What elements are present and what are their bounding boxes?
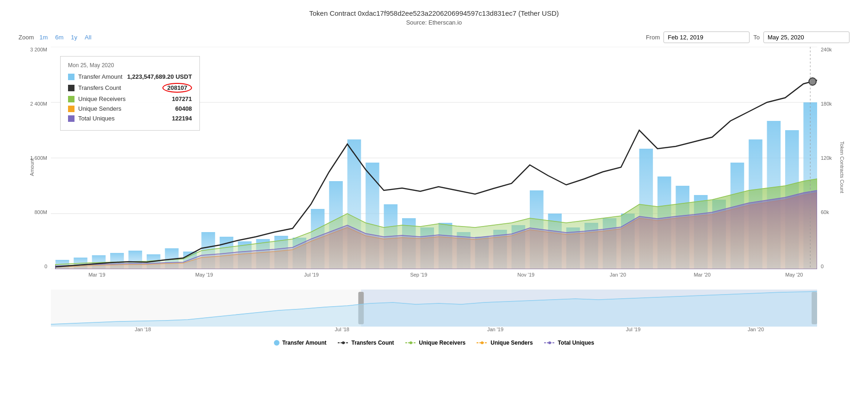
chart-container: Token Contract 0xdac17f958d2ee523a220620… xyxy=(0,0,868,351)
x-label-jan20: Jan '20 xyxy=(610,272,626,277)
y-axis-left-label: Amount xyxy=(29,158,35,176)
svg-point-50 xyxy=(809,78,816,85)
zoom-controls: Zoom 1m 6m 1y All xyxy=(19,33,93,42)
tooltip-label-transfers-count: Transfers Count xyxy=(78,84,158,91)
legend-item-transfers-count: Transfers Count xyxy=(338,340,394,346)
date-controls: From To xyxy=(646,32,849,43)
nav-x-label-jan19: Jan '19 xyxy=(487,327,503,332)
to-date-input[interactable] xyxy=(763,32,849,43)
tooltip-value-unique-senders: 60408 xyxy=(175,105,192,112)
y-right-label-1: 180k xyxy=(821,101,832,107)
legend-item-unique-receivers: Unique Receivers xyxy=(405,340,466,346)
y-left-label-1: 2 400M xyxy=(30,101,47,107)
legend-label-transfers-count: Transfers Count xyxy=(352,340,394,346)
zoom-label: Zoom xyxy=(19,34,34,41)
y-left-label-0: 3 200M xyxy=(30,47,47,52)
tooltip-value-unique-receivers: 107271 xyxy=(172,95,192,102)
svg-point-58 xyxy=(342,341,345,344)
legend-icon-transfers-count xyxy=(338,340,349,346)
controls-row: Zoom 1m 6m 1y All From To xyxy=(19,32,849,43)
chart-title: Token Contract 0xdac17f958d2ee523a220620… xyxy=(19,9,849,17)
y-right-label-2: 120k xyxy=(821,155,832,161)
nav-x-label-jan20: Jan '20 xyxy=(748,327,764,332)
tooltip-row-unique-senders: Unique Senders 60408 xyxy=(68,105,192,112)
x-label-may20: May '20 xyxy=(785,272,803,277)
x-label-jul19: Jul '19 xyxy=(304,272,318,277)
legend-label-total-uniques: Total Uniques xyxy=(558,340,594,346)
tooltip-date: Mon 25, May 2020 xyxy=(68,62,192,69)
chart-subtitle: Source: Etherscan.io xyxy=(19,19,849,26)
legend-icon-total-uniques xyxy=(544,340,555,346)
y-right-label-4: 0 xyxy=(821,264,824,269)
tooltip-row-transfer-amount: Transfer Amount 1,223,547,689.20 USDT xyxy=(68,73,192,80)
y-left-label-4: 0 xyxy=(44,264,47,269)
x-axis-labels: Mar '19 May '19 Jul '19 Sep '19 Nov '19 … xyxy=(51,269,817,288)
legend-row: Transfer Amount Transfers Count Unique R… xyxy=(19,340,849,346)
x-label-sep19: Sep '19 xyxy=(410,272,427,277)
navigator-chart-svg xyxy=(51,290,817,327)
tooltip-label-total-uniques: Total Uniques xyxy=(78,115,167,122)
svg-point-64 xyxy=(548,341,551,344)
nav-x-label-jul19: Jul '19 xyxy=(626,327,640,332)
y-left-label-3: 800M xyxy=(34,209,47,215)
y-right-label-0: 240k xyxy=(821,47,832,52)
zoom-6m-button[interactable]: 6m xyxy=(53,33,65,42)
svg-point-60 xyxy=(409,341,412,344)
legend-icon-transfer-amount xyxy=(274,340,279,346)
zoom-all-button[interactable]: All xyxy=(83,33,93,42)
to-label: To xyxy=(753,34,760,41)
tooltip-color-total-uniques xyxy=(68,115,74,122)
zoom-1y-button[interactable]: 1y xyxy=(69,33,79,42)
tooltip-label-transfer-amount: Transfer Amount xyxy=(78,73,123,80)
navigator-x-labels: Jan '18 Jul '18 Jan '19 Jul '19 Jan '20 xyxy=(51,327,817,336)
tooltip-value-total-uniques: 122194 xyxy=(172,115,192,122)
legend-item-unique-senders: Unique Senders xyxy=(477,340,533,346)
tooltip-color-transfer-amount xyxy=(68,74,74,80)
legend-item-total-uniques: Total Uniques xyxy=(544,340,594,346)
tooltip-value-transfer-amount: 1,223,547,689.20 USDT xyxy=(127,73,192,80)
y-right-label-3: 60k xyxy=(821,209,829,215)
legend-icon-unique-senders xyxy=(477,340,488,346)
navigator-area: Jan '18 Jul '18 Jan '19 Jul '19 Jan '20 xyxy=(19,290,849,336)
tooltip-label-unique-receivers: Unique Receivers xyxy=(78,95,167,102)
svg-point-62 xyxy=(481,341,484,344)
legend-label-unique-senders: Unique Senders xyxy=(490,340,533,346)
y-axis-right-label: Token Contracts Count xyxy=(839,141,845,193)
main-chart-area: 3 200M 2 400M 1 600M 800M 0 240k 180k 12… xyxy=(19,47,849,288)
x-label-nov19: Nov '19 xyxy=(517,272,534,277)
legend-icon-unique-receivers xyxy=(405,340,416,346)
tooltip-row-total-uniques: Total Uniques 122194 xyxy=(68,115,192,122)
navigator-svg xyxy=(51,290,817,327)
from-date-input[interactable] xyxy=(663,32,750,43)
tooltip-label-unique-senders: Unique Senders xyxy=(78,105,171,112)
nav-x-label-jul18: Jul '18 xyxy=(335,327,349,332)
x-label-mar19: Mar '19 xyxy=(88,272,105,277)
zoom-1m-button[interactable]: 1m xyxy=(37,33,50,42)
nav-x-label-jan18: Jan '18 xyxy=(135,327,151,332)
tooltip-color-unique-senders xyxy=(68,106,74,112)
from-label: From xyxy=(646,34,660,41)
legend-item-transfer-amount: Transfer Amount xyxy=(274,340,327,346)
x-label-may19: May '19 xyxy=(195,272,213,277)
x-label-mar20: Mar '20 xyxy=(694,272,710,277)
tooltip-row-unique-receivers: Unique Receivers 107271 xyxy=(68,95,192,102)
tooltip-color-transfers-count xyxy=(68,85,74,91)
tooltip-box: Mon 25, May 2020 Transfer Amount 1,223,5… xyxy=(60,56,200,131)
y-axis-left: 3 200M 2 400M 1 600M 800M 0 xyxy=(19,47,51,269)
tooltip-row-transfers-count: Transfers Count 208107 xyxy=(68,83,192,93)
legend-label-transfer-amount: Transfer Amount xyxy=(282,340,327,346)
legend-label-unique-receivers: Unique Receivers xyxy=(419,340,466,346)
tooltip-value-transfers-count: 208107 xyxy=(162,83,192,93)
tooltip-color-unique-receivers xyxy=(68,96,74,102)
